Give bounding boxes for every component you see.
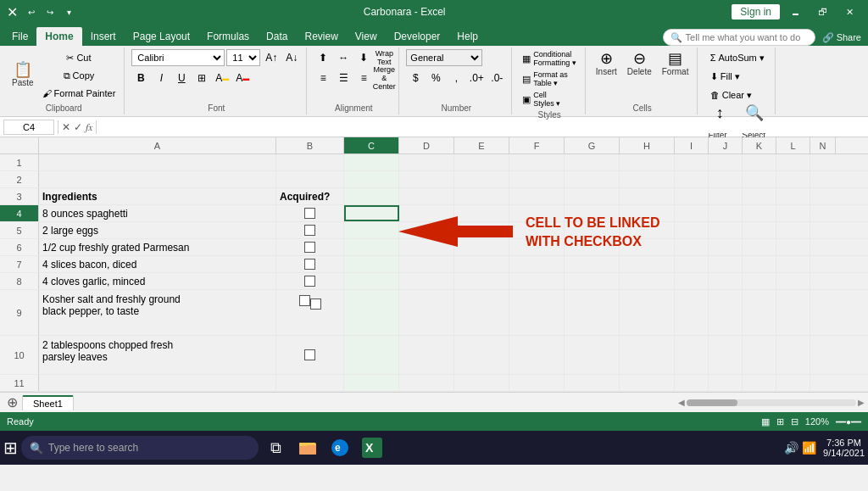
- tab-review[interactable]: Review: [296, 27, 346, 46]
- cell-d5[interactable]: [399, 222, 454, 238]
- row-header-9[interactable]: 9: [0, 290, 39, 335]
- cell-d11[interactable]: [399, 375, 454, 391]
- cell-i7[interactable]: [675, 256, 709, 272]
- increase-decimal-button[interactable]: .0+: [467, 70, 486, 86]
- cell-i4[interactable]: [675, 205, 709, 221]
- cell-i2[interactable]: [675, 171, 709, 187]
- cell-h7[interactable]: [620, 256, 675, 272]
- cell-a6[interactable]: 1/2 cup freshly grated Parmesan: [39, 239, 276, 255]
- cell-l3[interactable]: [776, 188, 810, 204]
- view-normal-icon[interactable]: ▦: [761, 416, 770, 427]
- fill-button[interactable]: ⬇ Fill ▾: [707, 68, 743, 85]
- col-header-e[interactable]: E: [454, 137, 509, 153]
- checkbox-b6[interactable]: [304, 242, 315, 253]
- cell-e4[interactable]: [454, 205, 509, 221]
- cell-b8[interactable]: [276, 273, 344, 289]
- col-header-c[interactable]: C: [344, 137, 399, 153]
- font-color-button[interactable]: A▬: [233, 70, 252, 86]
- minimize-button[interactable]: 🗕: [783, 3, 807, 20]
- cell-k6[interactable]: [743, 239, 776, 255]
- col-header-l[interactable]: L: [776, 137, 810, 153]
- cell-c1[interactable]: [344, 154, 399, 170]
- cell-a11[interactable]: [39, 375, 276, 391]
- paste-button[interactable]: 📋 Paste: [8, 49, 37, 100]
- cell-h10[interactable]: [620, 336, 675, 374]
- insert-button[interactable]: ⊕ Insert: [593, 49, 620, 78]
- col-header-n[interactable]: N: [810, 137, 836, 153]
- scroll-left-icon[interactable]: ◀: [678, 398, 685, 407]
- checkbox-b8[interactable]: [304, 276, 315, 287]
- col-header-d[interactable]: D: [399, 137, 454, 153]
- tab-formulas[interactable]: Formulas: [198, 27, 258, 46]
- cell-g4[interactable]: [565, 205, 620, 221]
- cell-b4[interactable]: [276, 205, 344, 221]
- cell-g11[interactable]: [565, 375, 620, 391]
- format-button[interactable]: ▤ Format: [659, 49, 693, 78]
- cell-h5[interactable]: [620, 222, 675, 238]
- cell-k2[interactable]: [743, 171, 776, 187]
- row-header-5[interactable]: 5: [0, 222, 39, 238]
- cell-b1[interactable]: [276, 154, 344, 170]
- windows-start-button[interactable]: ⊞: [3, 438, 18, 458]
- cell-f8[interactable]: [509, 273, 565, 289]
- tab-home[interactable]: Home: [36, 27, 81, 46]
- cell-c11[interactable]: [344, 375, 399, 391]
- align-left-button[interactable]: ≡: [314, 70, 332, 86]
- cell-d10[interactable]: [399, 336, 454, 374]
- format-as-table-button[interactable]: ▤ Format asTable ▾: [519, 70, 571, 88]
- cell-i11[interactable]: [675, 375, 709, 391]
- cell-a5[interactable]: 2 large eggs: [39, 222, 276, 238]
- align-middle-button[interactable]: ↔: [334, 49, 353, 66]
- cell-l5[interactable]: [776, 222, 810, 238]
- cell-g7[interactable]: [565, 256, 620, 272]
- cell-e9[interactable]: [454, 290, 509, 335]
- cell-g2[interactable]: [565, 171, 620, 187]
- autosum-button[interactable]: Σ AutoSum ▾: [707, 49, 768, 66]
- cell-i6[interactable]: [675, 239, 709, 255]
- cell-k4[interactable]: [743, 205, 776, 221]
- col-header-b[interactable]: B: [276, 137, 344, 153]
- cell-b11[interactable]: [276, 375, 344, 391]
- cell-g1[interactable]: [565, 154, 620, 170]
- cell-d7[interactable]: [399, 256, 454, 272]
- cell-j3[interactable]: [709, 188, 743, 204]
- close-button[interactable]: ✕: [837, 3, 861, 20]
- cell-c3[interactable]: [344, 188, 399, 204]
- cell-c2[interactable]: [344, 171, 399, 187]
- col-header-k[interactable]: K: [743, 137, 776, 153]
- cell-h6[interactable]: [620, 239, 675, 255]
- cell-c4[interactable]: [344, 205, 399, 221]
- cell-e6[interactable]: [454, 239, 509, 255]
- cell-c6[interactable]: [344, 239, 399, 255]
- tell-me-box[interactable]: 🔍 Tell me what you want to do: [663, 29, 815, 46]
- col-header-g[interactable]: G: [565, 137, 620, 153]
- row-header-7[interactable]: 7: [0, 256, 39, 272]
- format-painter-button[interactable]: 🖌 Format Painter: [39, 85, 120, 102]
- quick-access-dropdown[interactable]: ▾: [60, 3, 77, 20]
- cell-d2[interactable]: [399, 171, 454, 187]
- cell-j7[interactable]: [709, 256, 743, 272]
- decrease-font-button[interactable]: A↓: [282, 49, 301, 66]
- italic-button[interactable]: I: [152, 70, 170, 86]
- cell-i3[interactable]: [675, 188, 709, 204]
- excel-taskbar-button[interactable]: X: [359, 434, 386, 461]
- task-view-button[interactable]: ⧉: [262, 434, 289, 461]
- cell-j8[interactable]: [709, 273, 743, 289]
- currency-button[interactable]: $: [406, 70, 425, 86]
- cell-j10[interactable]: [709, 336, 743, 374]
- horizontal-scrollbar[interactable]: [687, 399, 856, 406]
- fill-color-button[interactable]: A▬: [213, 70, 231, 86]
- taskbar-search-box[interactable]: 🔍 Type here to search: [21, 436, 259, 460]
- formula-input[interactable]: [100, 121, 865, 133]
- cell-g5[interactable]: [565, 222, 620, 238]
- checkbox-b9b[interactable]: [310, 299, 321, 310]
- cell-i10[interactable]: [675, 336, 709, 374]
- cell-a10[interactable]: 2 tablespoons chopped freshparsley leave…: [39, 336, 276, 374]
- cell-f4[interactable]: [509, 205, 565, 221]
- cell-h3[interactable]: [620, 188, 675, 204]
- checkbox-b10[interactable]: [304, 349, 315, 360]
- cell-b6[interactable]: [276, 239, 344, 255]
- col-header-a[interactable]: A: [39, 137, 276, 153]
- cell-e11[interactable]: [454, 375, 509, 391]
- cell-l9[interactable]: [776, 290, 810, 335]
